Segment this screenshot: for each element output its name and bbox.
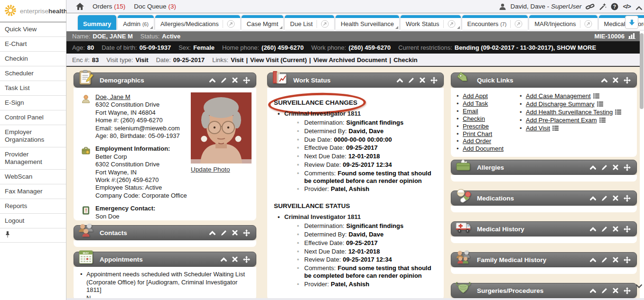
appointments-panel-header[interactable]: MAYAppointments [74, 252, 256, 267]
quick-link-prescribe[interactable]: Prescribe [463, 123, 489, 130]
edit-icon[interactable] [601, 195, 607, 201]
banner-link-view-visit-current[interactable]: View Visit (Current) [250, 56, 307, 64]
sidebar-item-checkin[interactable]: Checkin [0, 52, 66, 66]
nav-orders[interactable]: Orders(15) [93, 3, 125, 10]
home-icon[interactable] [76, 3, 84, 10]
close-icon[interactable] [613, 226, 618, 232]
nav-doc-queue[interactable]: Doc Queue(3) [134, 3, 176, 10]
quick-link-add-health-surveillance-testing[interactable]: Add Health Surveillance Testing [526, 109, 613, 116]
quick-link-checkin[interactable]: Checkin [463, 115, 485, 122]
quick-link-add-appt[interactable]: Add Appt [463, 92, 488, 100]
sidebar-item-reports[interactable]: Reports [0, 199, 66, 214]
move-icon[interactable] [624, 226, 631, 233]
tab-encounters[interactable]: Encounters(7) [462, 15, 528, 30]
close-icon[interactable] [613, 164, 618, 170]
popout-icon[interactable] [510, 20, 523, 28]
close-icon[interactable] [613, 288, 618, 293]
list-grid-icon[interactable] [552, 125, 559, 132]
quick-link-add-pre-placement-exam[interactable]: Add Pre-Placement Exam [526, 117, 597, 124]
collapse-icon[interactable] [209, 230, 215, 236]
move-icon[interactable] [624, 195, 631, 202]
move-icon[interactable] [624, 287, 631, 294]
tab-allergies-medications[interactable]: Allergies/Medications [155, 15, 240, 30]
banner-link-visit[interactable]: Visit [231, 56, 243, 64]
tab-health-surveillance[interactable]: Health Surveillance [336, 15, 399, 30]
quick-link-add-order[interactable]: Add Order [463, 137, 491, 145]
close-icon[interactable] [232, 77, 238, 83]
tab-due-list[interactable]: Due List [285, 15, 334, 30]
collapse-icon[interactable] [590, 165, 596, 170]
allergies-panel-header[interactable]: Allergies [451, 160, 637, 175]
user-name[interactable]: David, Dave - SuperUser [510, 3, 581, 10]
collapse-icon[interactable] [209, 78, 215, 83]
list-grid-icon[interactable] [593, 93, 599, 100]
list-grid-icon[interactable] [615, 109, 621, 116]
sidebar-item-quick-view[interactable]: Quick View [0, 22, 66, 37]
edit-icon[interactable] [601, 164, 607, 171]
move-icon[interactable] [243, 256, 250, 263]
chart-stats-icon[interactable] [628, 33, 636, 40]
sidebar-item-provider-management[interactable]: Provider Management [0, 147, 66, 170]
popout-icon[interactable] [580, 20, 592, 28]
sidebar-item-task-list[interactable]: Task List [0, 81, 66, 96]
demographics-panel-header[interactable]: Demographics [74, 73, 256, 88]
wand-icon[interactable] [599, 3, 607, 10]
popout-icon[interactable] [443, 20, 456, 28]
scroll-down-icon[interactable] [635, 282, 643, 290]
move-icon[interactable] [624, 77, 631, 84]
sidebar-item-employer-organizations[interactable]: Employer Organizations [0, 125, 66, 147]
move-icon[interactable] [243, 229, 250, 236]
close-icon[interactable] [613, 195, 618, 201]
popout-icon[interactable] [317, 20, 329, 28]
medical-history-panel-header[interactable]: Medical History [451, 221, 637, 236]
collapse-icon[interactable] [590, 196, 596, 201]
sidebar-item-webscan[interactable]: WebScan [0, 170, 66, 184]
quick-link-print-chart[interactable]: Print Chart [463, 130, 492, 137]
close-icon[interactable] [232, 256, 238, 262]
move-icon[interactable] [430, 77, 438, 84]
help-icon[interactable]: ? [611, 3, 618, 10]
quick-links-panel-header[interactable]: Quick Links [451, 73, 637, 88]
sidebar-item-scheduler[interactable]: Scheduler [0, 66, 66, 81]
edit-icon[interactable] [601, 288, 607, 294]
sidebar-item-logout[interactable]: Logout [0, 214, 66, 228]
collapse-icon[interactable] [397, 78, 403, 83]
quick-link-add-document[interactable]: Add Document [463, 145, 504, 152]
collapse-icon[interactable] [590, 288, 596, 293]
tab-summary[interactable]: Summary [78, 15, 116, 30]
code-icon[interactable]: </> [623, 3, 631, 10]
tab-case-mgmt[interactable]: Case Mgmt [242, 15, 283, 30]
popout-icon[interactable] [223, 20, 235, 28]
close-icon[interactable] [232, 230, 238, 236]
list-grid-icon[interactable] [597, 101, 603, 108]
sidebar-item-e-chart[interactable]: E-Chart [0, 37, 66, 52]
tab-work-status[interactable]: Work Status [401, 15, 461, 30]
move-icon[interactable] [624, 256, 631, 264]
collapse-icon[interactable] [221, 257, 227, 262]
contacts-panel-header[interactable]: Contacts [74, 225, 256, 240]
edit-icon[interactable] [601, 257, 607, 263]
surgeries-procedures-panel-header[interactable]: Surgeries/Procedures [451, 283, 637, 298]
collapse-icon[interactable] [590, 257, 596, 263]
patient-name-link[interactable]: Doe, Jane M [95, 93, 131, 100]
tab-mar-injections[interactable]: MAR/Injections [529, 15, 597, 30]
app-logo[interactable]: enterprisehealth [0, 0, 66, 22]
collapse-icon[interactable] [601, 78, 607, 83]
list-grid-icon[interactable] [599, 117, 606, 124]
move-icon[interactable] [624, 164, 631, 171]
move-icon[interactable] [243, 77, 250, 84]
edit-icon[interactable] [221, 230, 227, 236]
edit-icon[interactable] [601, 226, 607, 232]
work-status-panel-header[interactable]: Work Status [267, 73, 444, 88]
edit-icon[interactable] [408, 77, 414, 83]
link-icon[interactable] [586, 3, 595, 10]
quick-link-add-visit[interactable]: Add Visit [526, 125, 550, 132]
close-icon[interactable] [613, 77, 618, 83]
tab-scroll-down-button[interactable] [625, 16, 638, 29]
tab-admin[interactable]: Admin(6) [118, 15, 154, 30]
close-icon[interactable] [420, 77, 425, 83]
sidebar-item-fax-manager[interactable]: Fax Manager [0, 184, 66, 199]
quick-link-email[interactable]: Email [463, 108, 478, 115]
sidebar-item-control-panel[interactable]: Control Panel [0, 110, 66, 125]
update-photo-link[interactable]: Update Photo [191, 166, 230, 173]
